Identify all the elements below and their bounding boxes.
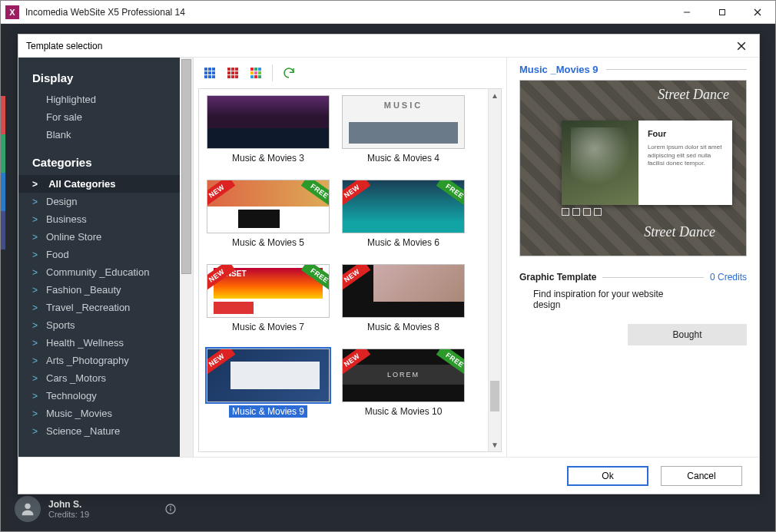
chevron-right-icon: > xyxy=(32,373,46,384)
scroll-up-icon[interactable]: ▲ xyxy=(489,89,501,102)
sidebar: Display Highlighted For sale Blank Categ… xyxy=(18,58,180,457)
thumb-caption: Music & Movies 6 xyxy=(364,236,443,249)
thumb-caption: Music & Movies 4 xyxy=(364,152,443,164)
view-large-grid-button[interactable] xyxy=(200,63,220,83)
sidebar-category-item[interactable]: >Cars _Motors xyxy=(18,369,180,387)
view-small-grid-button[interactable] xyxy=(223,63,243,83)
chevron-right-icon: > xyxy=(32,302,46,313)
window-maximize-button[interactable] xyxy=(705,1,740,24)
sidebar-category-item[interactable]: >Business xyxy=(18,210,180,228)
sidebar-category-item[interactable]: >Fashion _Beauty xyxy=(18,281,180,299)
chevron-right-icon: > xyxy=(32,249,46,260)
svg-point-4 xyxy=(25,504,30,509)
preview-description: Find inspiration for your website design xyxy=(519,283,681,310)
template-thumb[interactable]: Music & Movies 4 xyxy=(342,95,465,164)
sidebar-category-item[interactable]: >Sports xyxy=(18,316,180,334)
sidebar-category-item[interactable]: >Technology xyxy=(18,387,180,405)
sidebar-display-blank[interactable]: Blank xyxy=(18,126,180,144)
scroll-down-icon[interactable]: ▼ xyxy=(489,438,501,451)
sidebar-category-item[interactable]: >Online Store xyxy=(18,228,180,246)
chevron-right-icon: > xyxy=(32,267,46,278)
modal-close-button[interactable] xyxy=(731,36,751,56)
sidebar-category-item[interactable]: >Community _Education xyxy=(18,263,180,281)
app-icon: X xyxy=(5,5,19,19)
sidebar-display-heading: Display xyxy=(18,67,180,91)
chevron-right-icon: > xyxy=(32,320,46,331)
chevron-right-icon: > xyxy=(32,355,46,366)
window-minimize-button[interactable] xyxy=(669,1,705,24)
sidebar-category-item[interactable]: >Design xyxy=(18,193,180,210)
window-controls xyxy=(669,1,775,24)
chevron-right-icon: > xyxy=(32,408,46,419)
template-thumb[interactable]: NEWMusic & Movies 8 xyxy=(342,264,465,333)
sidebar-scrollbar[interactable] xyxy=(180,58,194,457)
chevron-right-icon: > xyxy=(32,285,46,296)
sidebar-category-item[interactable]: >Science _Nature xyxy=(18,422,180,440)
chevron-right-icon: > xyxy=(32,338,46,349)
ok-button[interactable]: Ok xyxy=(567,466,648,486)
gallery-scrollbar[interactable]: ▲ ▼ xyxy=(488,89,501,451)
preview-image: Street Dance FourLorem ipsum dolor sit a… xyxy=(519,80,747,256)
preview-title: Music _Movies 9 xyxy=(519,64,599,75)
user-credits: Credits: 19 xyxy=(48,510,89,519)
user-bar: John S. Credits: 19 xyxy=(15,496,179,522)
modal-footer: Ok Cancel xyxy=(18,457,759,494)
chevron-right-icon: > xyxy=(32,197,46,207)
window-titlebar: X Incomedia WebSite X5 Professional 14 xyxy=(1,1,775,24)
template-gallery: Music & Movies 3Music & Movies 4NEWFREEM… xyxy=(199,89,501,424)
chevron-right-icon: > xyxy=(32,179,46,190)
window-title: Incomedia WebSite X5 Professional 14 xyxy=(25,7,185,18)
color-strip xyxy=(1,96,5,249)
refresh-button[interactable] xyxy=(279,63,299,83)
svg-rect-1 xyxy=(720,9,725,15)
gallery-panel: Music & Movies 3Music & Movies 4NEWFREEM… xyxy=(194,58,507,457)
sidebar-category-item[interactable]: >Travel _Recreation xyxy=(18,299,180,316)
cancel-button[interactable]: Cancel xyxy=(661,466,742,486)
gallery-toolbar xyxy=(194,58,506,88)
template-selection-modal: Template selection Display Highlighted F… xyxy=(18,34,760,494)
sidebar-categories-heading: Categories xyxy=(18,151,180,175)
sidebar-display-highlighted[interactable]: Highlighted xyxy=(18,91,180,108)
thumb-caption: Music & Movies 10 xyxy=(362,405,446,418)
template-thumb[interactable]: NEWFREEMusic & Movies 10 xyxy=(342,349,465,418)
sidebar-display-forsale[interactable]: For sale xyxy=(18,108,180,126)
template-thumb[interactable]: Music & Movies 3 xyxy=(207,95,330,164)
sidebar-scroll-thumb[interactable] xyxy=(181,59,191,274)
info-icon[interactable] xyxy=(162,501,179,517)
preview-logo-bottom: Street Dance xyxy=(644,224,715,240)
bought-button[interactable]: Bought xyxy=(628,324,747,345)
preview-section-label: Graphic Template xyxy=(519,272,596,283)
chevron-right-icon: > xyxy=(32,391,46,401)
thumb-caption: Music & Movies 8 xyxy=(364,321,443,333)
svg-point-7 xyxy=(171,507,171,507)
template-thumb[interactable]: NEWMusic & Movies 9 xyxy=(207,349,330,418)
gallery-scroll: Music & Movies 3Music & Movies 4NEWFREEM… xyxy=(198,88,502,452)
preview-panel: Music _Movies 9 Street Dance FourLorem i… xyxy=(507,58,759,457)
user-avatar[interactable] xyxy=(15,496,41,522)
sidebar-category-item[interactable]: >Food xyxy=(18,246,180,263)
chevron-right-icon: > xyxy=(32,214,46,225)
user-name: John S. xyxy=(48,499,89,510)
gallery-scroll-thumb[interactable] xyxy=(490,381,499,411)
modal-title: Template selection xyxy=(26,41,102,51)
chevron-right-icon: > xyxy=(32,426,46,437)
modal-header: Template selection xyxy=(18,35,759,58)
sidebar-category-item[interactable]: >Arts _Photography xyxy=(18,352,180,369)
template-thumb[interactable]: NEWFREEMusic & Movies 6 xyxy=(342,180,465,249)
sidebar-category-item[interactable]: >Music _Movies xyxy=(18,405,180,422)
preview-logo-top: Street Dance xyxy=(658,87,729,103)
thumb-caption: Music & Movies 5 xyxy=(229,236,307,249)
sidebar-category-item[interactable]: > All Categories xyxy=(18,175,180,193)
view-color-grid-button[interactable] xyxy=(246,63,266,83)
template-thumb[interactable]: NEWFREEMusic & Movies 5 xyxy=(207,180,330,249)
thumb-caption: Music & Movies 3 xyxy=(229,152,307,164)
template-thumb[interactable]: NEWFREEMusic & Movies 7 xyxy=(207,264,330,333)
sidebar-category-item[interactable]: >Health _Wellness xyxy=(18,334,180,352)
window-close-button[interactable] xyxy=(740,1,775,24)
thumb-caption: Music & Movies 7 xyxy=(229,321,307,333)
thumb-caption: Music & Movies 9 xyxy=(229,405,307,418)
main-window: X Incomedia WebSite X5 Professional 14 xyxy=(0,0,776,532)
chevron-right-icon: > xyxy=(32,232,46,243)
credits-link[interactable]: 0 Credits xyxy=(710,272,747,283)
